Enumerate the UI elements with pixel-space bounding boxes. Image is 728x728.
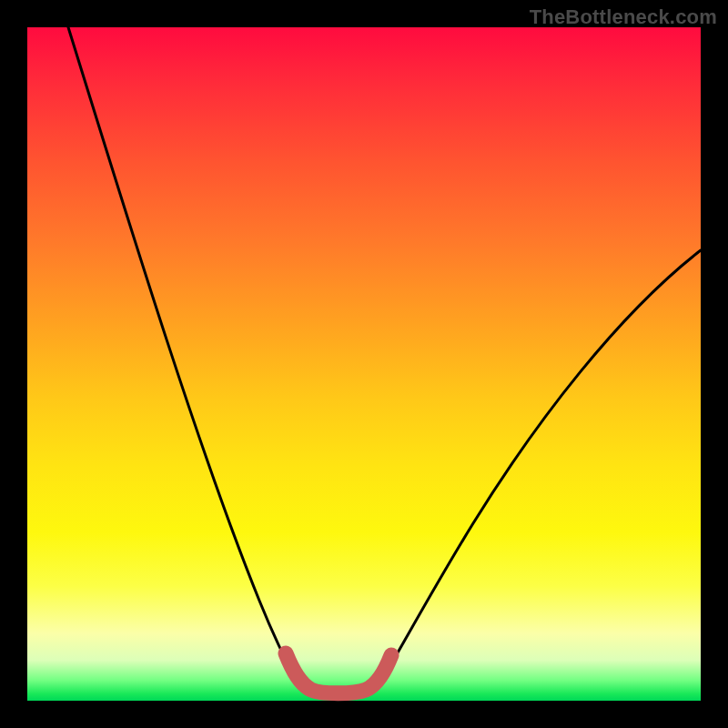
chart-frame: TheBottleneck.com <box>0 0 728 728</box>
watermark-text: TheBottleneck.com <box>530 5 717 29</box>
curve-layer <box>27 27 701 701</box>
plot-area <box>27 27 701 701</box>
valley-accent <box>286 653 391 693</box>
curve-left-branch <box>68 27 298 682</box>
curve-right-branch <box>380 250 701 682</box>
